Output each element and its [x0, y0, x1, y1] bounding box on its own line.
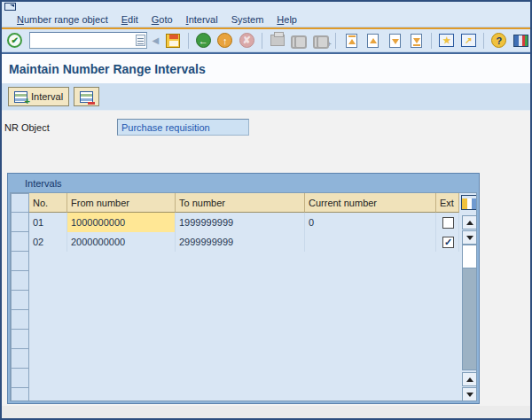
toolbar-separator [431, 33, 432, 49]
menu-number-range-object[interactable]: Number range object [17, 14, 108, 25]
command-collapse-button[interactable]: ◀ [150, 33, 160, 49]
column-header-to: To number [176, 193, 305, 213]
find-next-button[interactable]: + [311, 31, 330, 51]
save-button[interactable] [163, 31, 182, 51]
row-selector[interactable] [11, 252, 29, 271]
toolbar-separator [188, 33, 189, 49]
table-configuration-icon[interactable] [461, 195, 477, 210]
exit-button[interactable]: ↑ [215, 31, 234, 51]
intervals-grid: No. From number To number Current number… [10, 192, 477, 401]
row-selector[interactable] [11, 271, 29, 291]
last-page-icon [411, 34, 422, 48]
next-page-icon [389, 34, 401, 48]
scroll-up-button[interactable] [462, 215, 477, 229]
cell-current: 0 [305, 213, 436, 232]
shortcut-arrow-icon: ↗ [461, 34, 476, 47]
menu-edit[interactable]: Edit [121, 14, 138, 25]
title-bar: Maintain Number Range Intervals [2, 52, 530, 83]
command-matchcode-icon[interactable] [136, 35, 145, 46]
nr-object-field[interactable]: Purchase requisition [117, 119, 249, 136]
bottom-band [2, 406, 530, 418]
sap-window: Number range object Edit Goto Interval S… [0, 0, 532, 420]
ext-checkbox[interactable]: ✓ [442, 237, 454, 248]
enter-button[interactable]: ✔ [5, 31, 24, 51]
binoculars-plus-icon: + [313, 35, 329, 46]
cell-no: 01 [29, 213, 67, 232]
toolbar-separator [262, 33, 262, 49]
insert-interval-button[interactable]: + Interval [8, 87, 69, 106]
arrow-down-icon [466, 236, 473, 240]
scroll-down-button[interactable] [462, 230, 477, 245]
help-button[interactable]: ? [489, 31, 508, 51]
insert-interval-label: Interval [31, 91, 63, 102]
row-selector[interactable] [11, 330, 29, 349]
row-selector[interactable] [11, 213, 29, 232]
nr-object-label: NR Object [4, 122, 50, 133]
row-selector[interactable] [11, 291, 29, 310]
previous-page-icon [367, 34, 379, 48]
printer-icon [270, 35, 285, 46]
next-page-button[interactable] [385, 31, 403, 51]
scrollbar-track[interactable] [462, 245, 477, 370]
cell-no: 02 [29, 232, 67, 252]
cancel-button[interactable]: ✘ [238, 31, 256, 51]
menu-system[interactable]: System [231, 14, 264, 25]
top-strip [2, 2, 530, 12]
command-field[interactable] [29, 32, 147, 49]
binoculars-icon [291, 35, 307, 46]
first-page-button[interactable] [341, 31, 360, 51]
print-button[interactable] [268, 31, 286, 51]
row-selector[interactable] [11, 349, 29, 369]
first-page-icon [346, 34, 357, 48]
menu-help[interactable]: Help [277, 14, 297, 25]
menu-interval[interactable]: Interval [186, 14, 218, 25]
scrollbar-thumb[interactable] [463, 245, 476, 268]
command-input[interactable] [31, 35, 136, 46]
cell-to[interactable]: 2999999999 [176, 232, 305, 252]
arrow-down-icon [466, 393, 473, 397]
insert-interval-icon: + [14, 91, 27, 103]
cell-current [305, 232, 436, 252]
exit-arrow-icon: ↑ [217, 33, 232, 48]
last-page-button[interactable] [407, 31, 426, 51]
row-selector[interactable] [11, 369, 29, 388]
find-button[interactable] [289, 31, 308, 51]
customize-layout-icon [513, 35, 528, 47]
scroll-up-button[interactable] [462, 372, 477, 386]
scroll-down-button[interactable] [462, 387, 477, 401]
standard-toolbar: ✔ ◀ ← ↑ ✘ + ★ ↗ ? [2, 29, 530, 52]
customize-layout-button[interactable] [512, 31, 530, 51]
menu-goto[interactable]: Goto [152, 14, 173, 25]
row-selector[interactable] [11, 388, 29, 401]
new-session-button[interactable]: ★ [437, 31, 456, 51]
arrow-up-icon [466, 377, 473, 382]
screen-content: NR Object Purchase requisition Intervals… [2, 111, 530, 418]
back-arrow-icon: ← [196, 33, 211, 48]
new-session-icon: ★ [439, 34, 454, 47]
cell-to[interactable]: 1999999999 [176, 213, 305, 232]
ext-checkbox[interactable] [442, 217, 454, 229]
column-header-from: From number [67, 193, 176, 213]
column-header-no: No. [29, 193, 67, 213]
back-button[interactable]: ← [194, 31, 213, 51]
cell-from[interactable]: 2000000000 [67, 232, 176, 252]
table-scroll-column [459, 193, 477, 401]
intervals-table: Intervals No. From number To number Curr… [7, 173, 480, 404]
create-shortcut-button[interactable]: ↗ [459, 31, 478, 51]
cell-ext [436, 213, 459, 232]
page-title: Maintain Number Range Intervals [9, 62, 206, 76]
row-selector[interactable] [11, 232, 29, 252]
intervals-caption: Intervals [8, 174, 479, 192]
column-header-ext: Ext [436, 193, 459, 213]
row-selector[interactable] [11, 193, 29, 213]
delete-interval-button[interactable] [74, 87, 99, 106]
cancel-x-icon: ✘ [239, 33, 254, 48]
save-floppy-icon [166, 34, 180, 48]
toolbar-separator [335, 33, 336, 49]
row-selector[interactable] [11, 310, 29, 330]
previous-page-button[interactable] [364, 31, 382, 51]
cell-from[interactable]: 1000000000 [67, 213, 176, 232]
session-icon [4, 3, 16, 11]
arrow-up-icon [466, 221, 473, 225]
menu-bar: Number range object Edit Goto Interval S… [2, 12, 530, 27]
